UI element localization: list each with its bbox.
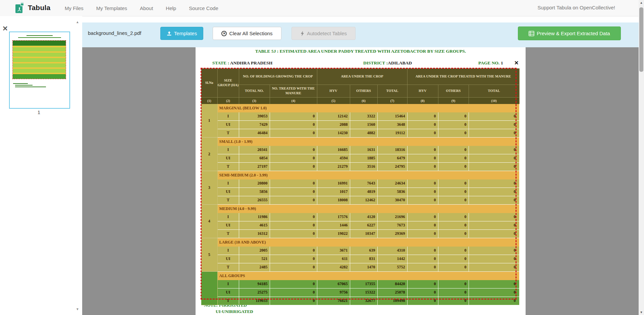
thumb-note-line <box>15 87 46 87</box>
pdf-state-line: STATE : ANDHRA PRADESH <box>212 60 272 66</box>
autodetect-button-label: Autodetect Tables <box>307 31 347 36</box>
nav-item-help[interactable]: Help <box>166 5 176 11</box>
support-link[interactable]: Support Tabula on OpenCollective! <box>537 5 615 10</box>
pdf-note-line2: UI-UNIRRIGATED <box>216 309 253 314</box>
sidebar-scroll-down-icon[interactable]: ▼ <box>74 307 80 311</box>
circle-x-icon: ✕ <box>221 31 227 36</box>
templates-button[interactable]: Templates <box>160 27 203 40</box>
thumb-note-line <box>15 85 33 86</box>
pdf-district-line: DISTRICT :ADILABAD <box>363 60 412 66</box>
nav-item-about[interactable]: About <box>140 5 153 11</box>
thumb-title-line <box>26 35 53 36</box>
preview-export-button[interactable]: Preview & Export Extracted Data <box>518 27 621 40</box>
state-value: ANDHRA PRADESH <box>230 60 272 65</box>
tabula-logo-pdf-lock-icon <box>15 2 25 13</box>
sidebar-scroll-up-icon[interactable]: ▲ <box>74 20 80 24</box>
selection-close-x-icon[interactable]: ✕ <box>514 60 519 66</box>
thumb-mini-table <box>12 40 66 79</box>
table-icon <box>529 31 534 36</box>
nav-item-my-files[interactable]: My Files <box>65 5 84 11</box>
navbar: Tabula My Files My Templates About Help … <box>0 0 644 16</box>
upload-icon <box>167 31 172 36</box>
brand[interactable]: Tabula <box>15 2 50 13</box>
pdf-table-title: TABLE 5J : ESTIMATED AREA UNDER PADDY TR… <box>196 49 526 54</box>
scrollbar-down-icon[interactable]: ▼ <box>639 311 644 314</box>
district-value: ADILABAD <box>388 60 412 65</box>
thumbnail-page-number: 1 <box>9 109 69 115</box>
clear-all-selections-button[interactable]: ✕ Clear All Selections <box>213 27 281 40</box>
scrollbar-up-icon[interactable]: ▲ <box>639 1 644 4</box>
pageno-label: PAGE NO. <box>478 60 500 65</box>
window-scrollbar[interactable]: ▲ ▼ <box>639 0 644 315</box>
district-label: DISTRICT : <box>363 60 388 65</box>
pageno-value: 1 <box>501 60 503 65</box>
remove-file-x-icon[interactable]: ✕ <box>2 25 8 32</box>
export-button-label: Preview & Export Extracted Data <box>537 31 610 36</box>
templates-button-label: Templates <box>174 31 197 36</box>
state-label: STATE : <box>212 60 229 65</box>
page-thumbnail[interactable] <box>9 32 70 109</box>
scrollbar-thumb[interactable] <box>639 7 643 72</box>
thumb-note-line <box>13 83 28 84</box>
clear-button-label: Clear All Selections <box>229 31 272 36</box>
autodetect-tables-button[interactable]: Autodetect Tables <box>291 27 356 40</box>
table-selection-box[interactable] <box>201 68 517 300</box>
brand-name: Tabula <box>28 4 50 12</box>
thumb-title-line <box>18 37 61 38</box>
document-canvas: TABLE 5J : ESTIMATED AREA UNDER PADDY TR… <box>82 47 639 315</box>
pdf-pageno-line: PAGE NO. 1 <box>478 60 503 66</box>
pdf-page[interactable]: TABLE 5J : ESTIMATED AREA UNDER PADDY TR… <box>196 47 526 315</box>
bolt-icon <box>300 31 305 36</box>
nav-item-my-templates[interactable]: My Templates <box>96 5 127 11</box>
open-file-name: background_lines_2.pdf <box>88 30 141 36</box>
nav-links: My Files My Templates About Help Source … <box>65 0 218 16</box>
page-thumbnails-sidebar: ✕ 1 ▲ ▼ <box>0 16 82 315</box>
nav-item-source-code[interactable]: Source Code <box>189 5 218 11</box>
